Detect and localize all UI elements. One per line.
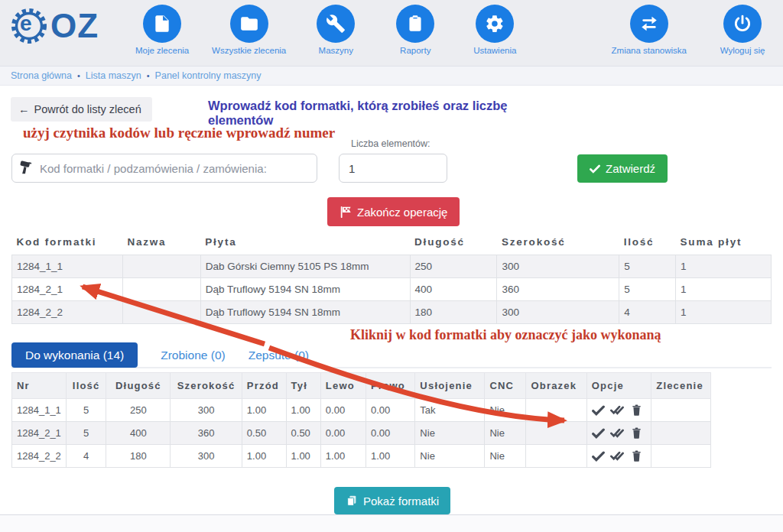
col-dlugosc: Długość [106, 373, 171, 399]
mark-all-done-double-check-icon[interactable] [610, 404, 625, 416]
status-tabs: Do wykonania (14) Zrobione (0) Zepsute (… [11, 343, 772, 368]
mark-done-check-icon[interactable] [592, 405, 605, 416]
uslojenie-cell: Nie [415, 445, 485, 468]
logo-letters-oz: OZ [50, 6, 99, 46]
table-row: 1284_1_1 Dab Górski Ciemny 5105 PS 18mm … [12, 255, 772, 278]
nav-item-wyloguj[interactable]: Wyloguj się [713, 5, 772, 55]
kod-formatki-cell[interactable]: 1284_1_1 [12, 255, 123, 278]
code-input-wrap [11, 154, 317, 183]
quantity-label: Liczba elementów: [351, 138, 430, 149]
col-prawo: Prawo [366, 373, 415, 399]
folder-icon [230, 5, 268, 43]
delete-trash-icon[interactable] [631, 404, 642, 417]
lewo-cell: 0.00 [320, 399, 366, 422]
col-przod: Przód [242, 373, 286, 399]
lewo-cell: 1.00 [320, 445, 366, 468]
szerokosc-cell: 360 [497, 278, 619, 301]
col-szerokosc: Szerokość [497, 229, 619, 255]
show-formatki-button[interactable]: Pokaż formatki [334, 487, 450, 514]
app-header: e OZ Moje zlecenia Wszystkie zlecenia [0, 0, 783, 66]
breadcrumb-separator: • [147, 71, 150, 80]
nr-cell: 1284_2_2 [12, 445, 67, 468]
check-icon [590, 164, 600, 174]
table-row: 1284_2_2 Dąb Truflowy 5194 SN 18mm 180 3… [12, 301, 772, 324]
opcje-cell [586, 445, 651, 468]
tyl-cell: 1.00 [286, 399, 320, 422]
prawo-cell: 1.00 [366, 445, 415, 468]
nav-label: Ustawienia [473, 46, 516, 55]
mark-done-check-icon[interactable] [592, 451, 605, 462]
breadcrumb: Strona główna • Lista maszyn • Panel kon… [0, 66, 783, 86]
nav-item-wszystkie-zlecenia[interactable]: Wszystkie zlecenia [212, 5, 286, 55]
ilosc-cell: 5 [66, 422, 106, 445]
tyl-cell: 0.50 [286, 422, 320, 445]
gear-icon [476, 5, 514, 43]
nav-label: Wyloguj się [720, 46, 765, 55]
tyl-cell: 1.00 [286, 445, 320, 468]
table-row: 1284_1_1 5 250 300 1.00 1.00 0.00 0.00 T… [12, 399, 711, 422]
tab-zrobione[interactable]: Zrobione (0) [161, 349, 225, 362]
breadcrumb-control-panel[interactable]: Panel kontrolny maszyny [155, 70, 262, 81]
cnc-cell: Nie [485, 399, 526, 422]
col-opcje: Opcje [586, 373, 651, 399]
swap-arrows-icon [630, 5, 668, 43]
col-cnc: CNC [485, 373, 526, 399]
col-nr: Nr [12, 373, 67, 399]
szerokosc-cell: 300 [171, 445, 242, 468]
table-header-row: Nr Ilość Długość Szerokość Przód Tył Lew… [12, 373, 711, 399]
machine-control-panel-page: e OZ Moje zlecenia Wszystkie zlecenia [0, 0, 783, 532]
formatka-detail-table: Nr Ilość Długość Szerokość Przód Tył Lew… [11, 372, 711, 468]
col-dlugosc: Długość [410, 229, 497, 255]
plyta-cell: Dąb Truflowy 5194 SN 18mm [200, 301, 410, 324]
col-nazwa: Nazwa [122, 229, 200, 255]
main-navigation: Moje zlecenia Wszystkie zlecenia Maszyny… [132, 5, 525, 55]
breadcrumb-machine-list[interactable]: Lista maszyn [86, 70, 141, 81]
dlugosc-cell: 250 [410, 255, 497, 278]
kod-formatki-cell[interactable]: 1284_2_1 [12, 278, 123, 301]
szerokosc-cell: 300 [171, 399, 242, 422]
breadcrumb-home[interactable]: Strona główna [11, 70, 72, 81]
szerokosc-cell: 300 [497, 255, 619, 278]
opcje-cell [586, 399, 651, 422]
table-row: 1284_2_1 5 400 360 0.50 0.50 0.00 0.00 N… [12, 422, 711, 445]
back-to-orders-button[interactable]: ← Powrót do listy zleceń [11, 97, 152, 122]
ilosc-cell: 5 [66, 399, 106, 422]
quantity-input[interactable] [339, 154, 447, 183]
tab-do-wykonania[interactable]: Do wykonania (14) [11, 342, 138, 368]
app-logo[interactable]: e OZ [9, 6, 99, 46]
uslojenie-cell: Tak [415, 399, 485, 422]
col-suma-plyt: Suma płyt [676, 229, 772, 255]
nav-item-raporty[interactable]: Raporty [385, 5, 445, 55]
nav-item-ustawienia[interactable]: Ustawienia [465, 5, 525, 55]
nav-label: Maszyny [319, 46, 353, 55]
szerokosc-cell: 300 [497, 301, 619, 324]
nazwa-cell [122, 278, 200, 301]
tab-zepsute[interactable]: Zepsute (0) [249, 349, 309, 362]
ilosc-cell: 5 [619, 278, 676, 301]
finish-operation-button[interactable]: Zakończ operację [327, 197, 460, 226]
nav-item-maszyny[interactable]: Maszyny [306, 5, 366, 55]
col-kod-formatki: Kod formatki [12, 229, 123, 255]
cnc-cell: Nie [485, 422, 526, 445]
barcode-scanner-icon [18, 160, 35, 177]
prawo-cell: 0.00 [366, 422, 415, 445]
obrazek-cell [526, 422, 586, 445]
col-obrazek: Obrazek [526, 373, 586, 399]
delete-trash-icon[interactable] [631, 449, 642, 462]
confirm-button[interactable]: Zatwierdź [577, 154, 668, 183]
nav-item-moje-zlecenia[interactable]: Moje zlecenia [132, 5, 192, 55]
plyta-cell: Dab Górski Ciemny 5105 PS 18mm [200, 255, 410, 278]
finish-operation-label: Zakończ operację [357, 206, 447, 219]
code-input[interactable] [11, 154, 317, 183]
delete-trash-icon[interactable] [631, 427, 642, 440]
mark-all-done-double-check-icon[interactable] [610, 450, 625, 462]
obrazek-cell [526, 399, 586, 422]
mark-all-done-double-check-icon[interactable] [610, 427, 625, 439]
suma-plyt-cell: 1 [676, 255, 772, 278]
mark-done-check-icon[interactable] [592, 428, 605, 439]
logo-letter-e: e [20, 11, 32, 36]
nav-label: Moje zlecenia [135, 46, 189, 55]
kod-formatki-cell[interactable]: 1284_2_2 [12, 301, 123, 324]
nr-cell: 1284_1_1 [12, 399, 67, 422]
nav-item-zmiana-stanowiska[interactable]: Zmiana stanowiska [612, 5, 687, 55]
